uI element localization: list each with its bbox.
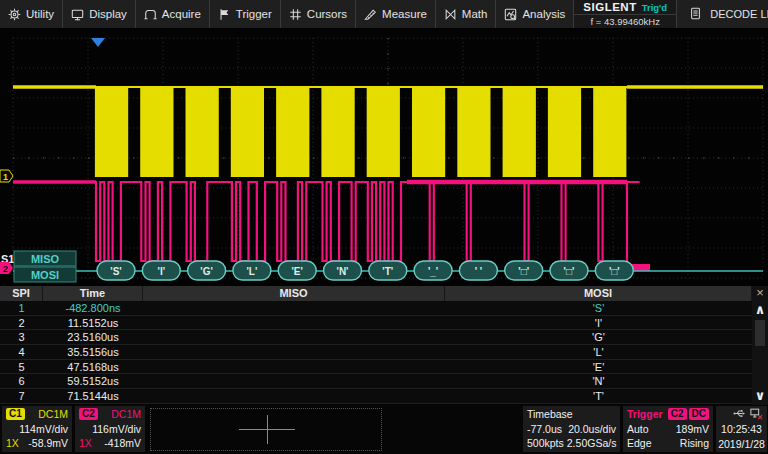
- decode-bubble: 'I': [142, 261, 180, 280]
- menu-item-decode-list[interactable]: DECODE LIST: [677, 0, 768, 28]
- timebase-points: 500kpts: [527, 436, 564, 451]
- mosi-track-label[interactable]: MOSI: [14, 267, 76, 282]
- usb-icon: [733, 407, 746, 420]
- timebase-title: Timebase: [527, 407, 573, 422]
- menu-item-math[interactable]: Math: [436, 0, 497, 28]
- lan-disconnected-icon[interactable]: [750, 407, 763, 422]
- decode-table-body: 1-482.800ns'S'211.5152us'I'323.5160us'G'…: [0, 301, 752, 404]
- table-row[interactable]: 435.5156us'L': [0, 345, 752, 360]
- svg-text:'_': '_': [428, 266, 438, 277]
- table-cell: 4: [0, 345, 43, 359]
- menu-item-measure[interactable]: Measure: [356, 0, 436, 28]
- menu-item-display[interactable]: Display: [63, 0, 136, 28]
- decode-bubble: '□': [505, 261, 543, 280]
- trigger-panel[interactable]: Trigger C2 DC Auto 189mV Edge Rising: [623, 406, 713, 452]
- menubar: UtilityDisplayAcquireTriggerCursorsMeasu…: [0, 0, 768, 29]
- table-cell: [143, 316, 445, 330]
- menu-item-acquire[interactable]: Acquire: [136, 0, 210, 28]
- menu-item-trigger[interactable]: Trigger: [210, 0, 281, 28]
- acquire-icon: [144, 8, 157, 21]
- scroll-up-icon[interactable]: ∧: [755, 301, 766, 319]
- table-cell: 5: [0, 360, 43, 374]
- scrollbar-thumb[interactable]: [755, 320, 765, 346]
- column-header-time: Time: [43, 286, 143, 301]
- waveform-display[interactable]: 'S' 'I' 'G' 'L' 'E' 'N' 'T' '_' ' ' '□' …: [0, 29, 768, 286]
- table-cell: 'N': [445, 374, 752, 388]
- table-row[interactable]: 1-482.800ns'S': [0, 301, 752, 316]
- status-bar: C1 DC1M 114mV/div 1X -58.9mV C2 DC1M 116…: [0, 405, 768, 454]
- decode-bubble: 'N': [324, 261, 362, 280]
- trigger-level: 189mV: [676, 422, 709, 437]
- decode-bubble: 'S': [97, 261, 135, 280]
- table-row[interactable]: 323.5160us'G': [0, 330, 752, 345]
- svg-text:'□': '□': [564, 266, 575, 277]
- c2-probe: 1X: [79, 436, 92, 451]
- svg-text:MISO: MISO: [31, 253, 60, 265]
- table-cell: 23.5160us: [43, 330, 143, 344]
- table-cell: [143, 345, 445, 359]
- usb-icon: [733, 407, 746, 422]
- table-cell: 2: [0, 316, 43, 330]
- c1-scale: 114mV/div: [19, 422, 68, 437]
- sample-rate: 2.50GSa/s: [567, 436, 617, 451]
- brand-block: SIGLENT Trig'd f = 43.99460kHz: [574, 0, 677, 28]
- menu-item-cursors[interactable]: Cursors: [281, 0, 356, 28]
- svg-text:'T': 'T': [382, 266, 393, 277]
- timebase-delay: -77.0us: [527, 422, 562, 437]
- trigger-coupling-badge: DC: [689, 408, 709, 420]
- analysis-icon: [504, 8, 517, 21]
- table-row[interactable]: 211.5152us'I': [0, 316, 752, 331]
- channel1-panel[interactable]: C1 DC1M 114mV/div 1X -58.9mV: [2, 406, 72, 452]
- trigger-status: Trig'd: [642, 2, 667, 13]
- scrollbar-track[interactable]: [754, 319, 766, 387]
- svg-text:'□': '□': [518, 266, 529, 277]
- channel2-panel[interactable]: C2 DC1M 116mV/div 1X -418mV: [75, 406, 145, 452]
- table-cell: 1: [0, 301, 43, 315]
- table-row[interactable]: 659.5152us'N': [0, 374, 752, 389]
- decode-table: SPITimeMISOMOSI 1-482.800ns'S'211.5152us…: [0, 286, 752, 404]
- empty-channel-slot[interactable]: [150, 408, 382, 451]
- close-icon[interactable]: ×: [756, 286, 764, 301]
- c1-badge: C1: [6, 408, 25, 420]
- column-header-miso: MISO: [143, 286, 445, 301]
- menu-item-utility[interactable]: Utility: [0, 0, 63, 28]
- miso-track-label[interactable]: MISO: [14, 251, 76, 266]
- table-cell: 11.5152us: [43, 316, 143, 330]
- svg-text:2: 2: [3, 264, 8, 274]
- decode-bubble: '_': [414, 261, 452, 280]
- menu-item-label: Display: [89, 8, 127, 20]
- document-icon: [689, 7, 702, 20]
- decode-bubble: ' ': [459, 261, 497, 280]
- gear-icon: [8, 8, 21, 21]
- c2-offset: -418mV: [104, 436, 141, 451]
- table-cell: 'S': [445, 301, 752, 315]
- table-cell: 'L': [445, 345, 752, 359]
- table-cell: 3: [0, 330, 43, 344]
- table-cell: 'G': [445, 330, 752, 344]
- scroll-down-icon[interactable]: ∨: [755, 387, 766, 405]
- frequency-counter: f = 43.99460kHz: [574, 14, 676, 28]
- table-scrollbar: × ∧ ∨: [752, 286, 768, 405]
- table-cell: [143, 374, 445, 388]
- table-row[interactable]: 547.5168us'E': [0, 360, 752, 375]
- decode-bubble: 'E': [278, 261, 316, 280]
- cursors-icon: [289, 8, 302, 21]
- timebase-panel[interactable]: Timebase -77.0us 20.0us/div 500kpts 2.50…: [523, 406, 620, 452]
- menu-item-analysis[interactable]: Analysis: [496, 0, 574, 28]
- table-cell: 'E': [445, 360, 752, 374]
- menu-items: UtilityDisplayAcquireTriggerCursorsMeasu…: [0, 0, 574, 28]
- table-row[interactable]: 771.5144us'T': [0, 389, 752, 404]
- table-cell: [143, 360, 445, 374]
- display-icon: [71, 8, 84, 21]
- table-cell: -482.800ns: [43, 301, 143, 315]
- c2-scale: 116mV/div: [92, 422, 141, 437]
- c1-probe: 1X: [6, 436, 19, 451]
- table-cell: [143, 330, 445, 344]
- lan-icon: [750, 407, 763, 420]
- table-cell: [143, 389, 445, 403]
- clock-panel: 10:25:43 2019/1/28: [716, 406, 767, 452]
- menu-item-label: Measure: [382, 8, 427, 20]
- table-cell: 71.5144us: [43, 389, 143, 403]
- table-cell: 7: [0, 389, 43, 403]
- oscilloscope-screen: UtilityDisplayAcquireTriggerCursorsMeasu…: [0, 0, 768, 454]
